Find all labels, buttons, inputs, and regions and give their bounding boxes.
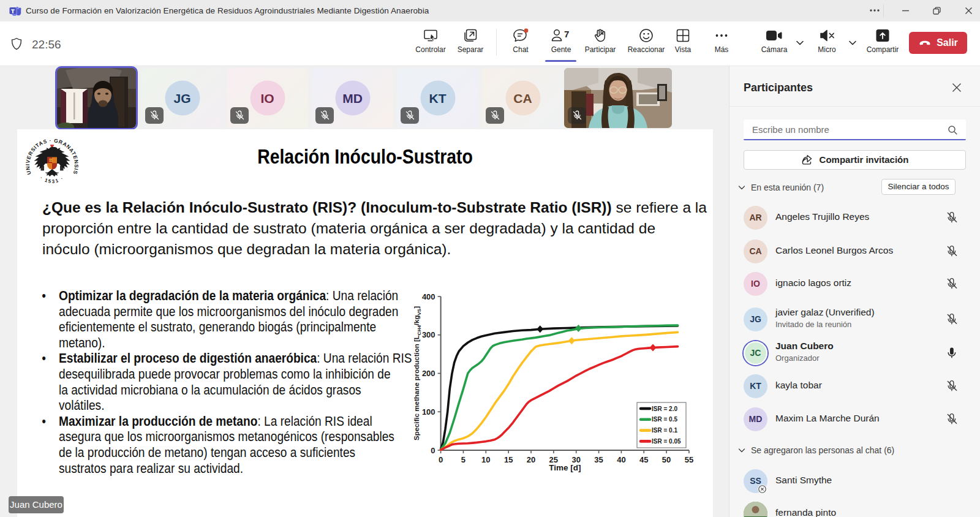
svg-text:15: 15 [504,455,513,464]
svg-text:Time [d]: Time [d] [549,463,581,472]
svg-text:50: 50 [662,455,671,464]
svg-text:Specific methane production [L: Specific methane production [LCH4/kgVS] [414,306,422,440]
svg-text:55: 55 [685,455,693,464]
svg-text:10: 10 [481,455,490,464]
svg-text:0: 0 [439,455,443,464]
svg-text:· 1531 ·: · 1531 · [39,175,66,184]
svg-text:7: 7 [564,29,569,39]
svg-text:40: 40 [617,455,625,464]
svg-text:200: 200 [422,369,435,378]
svg-text:100: 100 [422,407,435,417]
svg-text:300: 300 [422,330,435,339]
svg-text:ISR = 0.5: ISR = 0.5 [652,416,677,423]
svg-text:400: 400 [422,292,435,301]
svg-text:ISR = 0.05: ISR = 0.05 [652,438,681,445]
svg-text:20: 20 [527,455,535,464]
svg-text:45: 45 [639,455,648,464]
svg-text:ISR = 2.0: ISR = 2.0 [652,406,677,412]
svg-text:0: 0 [431,446,435,455]
svg-text:5: 5 [461,455,466,464]
svg-text:ISR = 0.1: ISR = 0.1 [652,427,677,434]
svg-text:35: 35 [594,455,603,464]
